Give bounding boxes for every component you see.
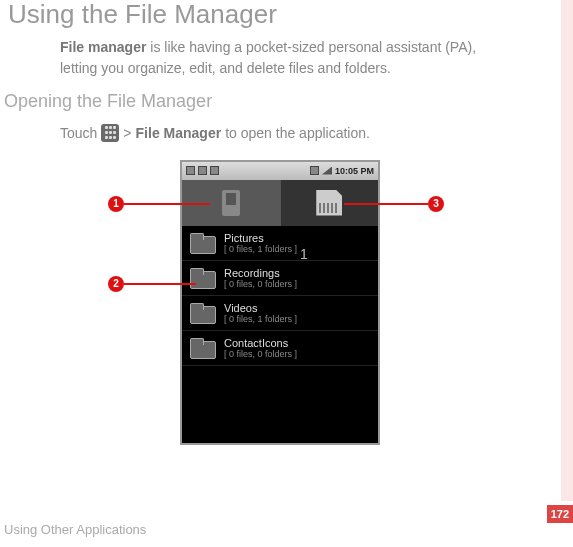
callout-line-2 bbox=[124, 283, 196, 285]
folder-icon bbox=[190, 233, 216, 253]
intro-paragraph: File manager is like having a pocket-siz… bbox=[0, 29, 553, 79]
instruction-sep: > bbox=[123, 125, 131, 141]
status-icon bbox=[198, 166, 207, 175]
figure: 1 2 3 1 10:05 PM bbox=[0, 160, 553, 480]
phone-icon bbox=[222, 190, 240, 216]
page-title: Using the File Manager bbox=[0, 0, 553, 29]
page-number: 172 bbox=[547, 505, 573, 523]
callout-badge-1: 1 bbox=[108, 196, 124, 212]
callout-line-1 bbox=[124, 203, 210, 205]
instruction-line: Touch > File Manager to open the applica… bbox=[0, 112, 553, 142]
instruction-post: to open the application. bbox=[225, 125, 370, 141]
apps-grid-icon bbox=[101, 124, 119, 142]
folder-name: ContactIcons bbox=[224, 337, 297, 349]
signal-icon bbox=[322, 167, 332, 175]
status-icon bbox=[210, 166, 219, 175]
folder-list: Pictures [ 0 files, 1 folders ] Recordin… bbox=[182, 226, 378, 366]
status-icon bbox=[310, 166, 319, 175]
list-item[interactable]: Pictures [ 0 files, 1 folders ] bbox=[182, 226, 378, 261]
callout-badge-3: 3 bbox=[428, 196, 444, 212]
instruction-bold: File Manager bbox=[136, 125, 222, 141]
folder-meta: [ 0 files, 0 folders ] bbox=[224, 349, 297, 359]
list-item[interactable]: Recordings [ 0 files, 0 folders ] bbox=[182, 261, 378, 296]
instruction-pre: Touch bbox=[60, 125, 97, 141]
status-time: 10:05 PM bbox=[335, 166, 374, 176]
footer-section-label: Using Other Applications bbox=[4, 522, 146, 537]
callout-badge-2: 2 bbox=[108, 276, 124, 292]
side-accent-bar bbox=[561, 0, 573, 501]
sub-heading: Opening the File Manager bbox=[0, 79, 553, 112]
folder-name: Videos bbox=[224, 302, 297, 314]
callout-line-3 bbox=[344, 203, 428, 205]
folder-icon bbox=[190, 303, 216, 323]
folder-meta: [ 0 files, 1 folders ] bbox=[224, 244, 297, 254]
folder-meta: [ 0 files, 1 folders ] bbox=[224, 314, 297, 324]
folder-name: Recordings bbox=[224, 267, 297, 279]
list-item[interactable]: Videos [ 0 files, 1 folders ] bbox=[182, 296, 378, 331]
intro-bold: File manager bbox=[60, 39, 146, 55]
folder-icon bbox=[190, 338, 216, 358]
status-icon bbox=[186, 166, 195, 175]
sdcard-icon bbox=[316, 190, 342, 216]
folder-name: Pictures bbox=[224, 232, 297, 244]
folder-meta: [ 0 files, 0 folders ] bbox=[224, 279, 297, 289]
list-item[interactable]: ContactIcons [ 0 files, 0 folders ] bbox=[182, 331, 378, 366]
status-bar: 10:05 PM bbox=[182, 162, 378, 180]
folder-icon bbox=[190, 268, 216, 288]
